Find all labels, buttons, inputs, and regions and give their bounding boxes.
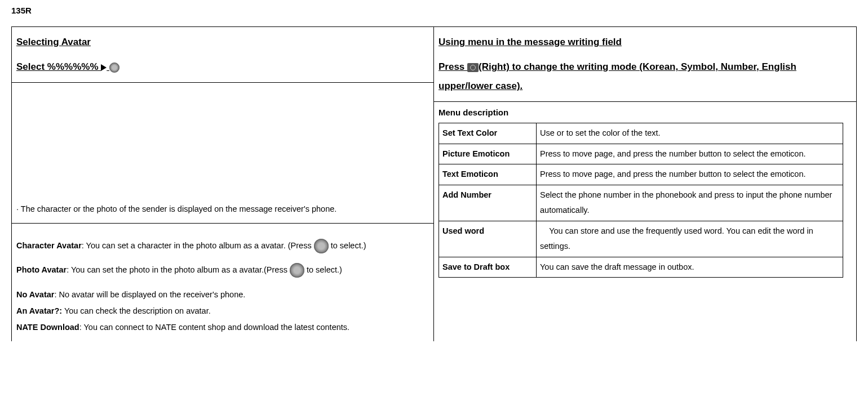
no-avatar-label: No Avatar: [16, 290, 54, 299]
row-desc: Use or to set the color of the text.: [537, 123, 843, 144]
camera-icon: [467, 63, 479, 72]
row-name: Used word: [439, 221, 537, 257]
avatar-options: Character Avatar: You can set a characte…: [12, 224, 433, 341]
char-avatar-text-b: to select.): [329, 241, 366, 250]
row-name: Text Emoticon: [439, 164, 537, 185]
menu-table: Set Text Color Use or to set the color o…: [439, 123, 843, 278]
menu-description-section: Menu description Set Text Color Use or t…: [434, 102, 856, 283]
left-desc-section: · The character or the photo of the send…: [12, 83, 433, 224]
press-right-line: Press (Right) to change the writing mode…: [439, 57, 852, 96]
nate-text: : You can connect to NATE content shop a…: [79, 323, 349, 332]
no-avatar-text: : No avatar will be displayed on the rec…: [54, 290, 245, 299]
char-avatar-label: Character Avatar: [16, 241, 82, 250]
an-avatar-label: An Avatar?:: [16, 306, 62, 315]
sender-desc: · The character or the photo of the send…: [16, 201, 429, 217]
row-name: Set Text Color: [439, 123, 537, 144]
selecting-avatar-title: Selecting Avatar: [16, 33, 429, 52]
char-avatar-text-a: : You can set a character in the photo a…: [82, 241, 314, 250]
row-name: Picture Emoticon: [439, 144, 537, 164]
page-header: 135R: [11, 6, 857, 15]
row-desc: Press to move page, and press the number…: [537, 164, 843, 185]
content-columns: Selecting Avatar Select %%%%%% · The cha…: [11, 26, 857, 341]
table-row: Add Number Select the phone number in th…: [439, 185, 843, 221]
table-row: Used word You can store and use the freq…: [439, 221, 843, 257]
select-prefix: Select %%%%%%: [16, 61, 101, 72]
table-row: Set Text Color Use or to set the color o…: [439, 123, 843, 144]
photo-avatar-text-a: : You can set the photo in the photo alb…: [67, 265, 290, 274]
table-row: Picture Emoticon Press to move page, and…: [439, 144, 843, 164]
an-avatar-text: You can check the description on avatar.: [62, 306, 211, 315]
right-column: Using menu in the message writing field …: [434, 27, 856, 341]
nate-label: NATE Download: [16, 323, 79, 332]
row-desc: Select the phone number in the phonebook…: [537, 185, 843, 221]
dial-icon: [314, 239, 329, 253]
right-title-section: Using menu in the message writing field …: [434, 27, 856, 102]
left-title-section: Selecting Avatar Select %%%%%%: [12, 27, 433, 83]
left-column: Selecting Avatar Select %%%%%% · The cha…: [12, 27, 434, 341]
dial-icon: [290, 263, 304, 278]
using-menu-title: Using menu in the message writing field: [439, 33, 852, 52]
triangle-right-icon: [101, 64, 107, 71]
photo-avatar-label: Photo Avatar: [16, 265, 67, 274]
row-desc: You can save the draft message in outbox…: [537, 257, 843, 278]
table-row: Save to Draft box You can save the draft…: [439, 257, 843, 278]
press-prefix: Press: [439, 61, 467, 72]
photo-avatar-text-b: to select.): [304, 265, 342, 274]
row-desc: You can store and use the frequently use…: [537, 221, 843, 257]
row-desc: Press to move page, and press the number…: [537, 144, 843, 164]
table-row: Text Emoticon Press to move page, and pr…: [439, 164, 843, 185]
row-name: Add Number: [439, 185, 537, 221]
press-suffix: (Right) to change the writing mode (Kore…: [439, 61, 796, 91]
dial-icon: [109, 63, 119, 73]
select-line: Select %%%%%%: [16, 61, 119, 72]
row-name: Save to Draft box: [439, 257, 537, 278]
menu-description-heading: Menu description: [439, 108, 852, 117]
